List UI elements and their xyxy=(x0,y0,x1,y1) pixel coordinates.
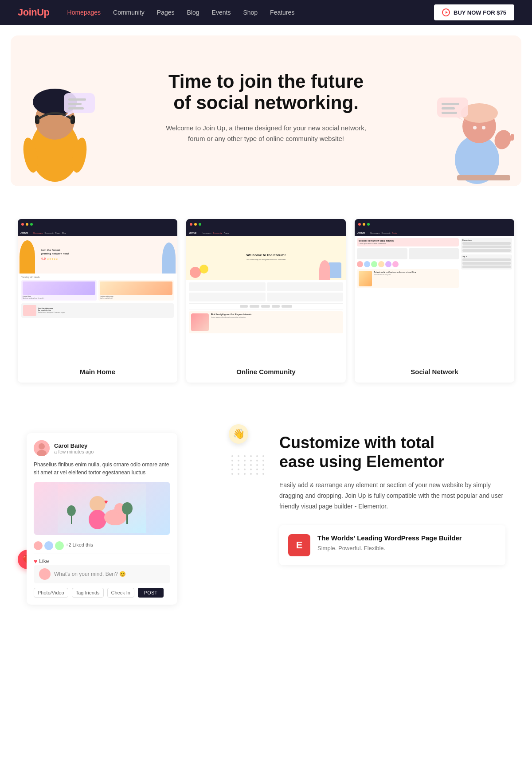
post-avatar xyxy=(34,440,50,456)
svg-rect-22 xyxy=(442,107,455,109)
svg-rect-18 xyxy=(510,134,514,141)
preview-label-3: Social Network xyxy=(355,361,514,383)
mock-dot-yellow-2 xyxy=(194,223,197,226)
social-post-card: Carol Bailey a few minutes ago Phasellus… xyxy=(27,433,177,605)
preview-label-1: Main Home xyxy=(18,361,177,383)
checkin-btn[interactable]: Check In xyxy=(107,588,134,598)
customize-text: Customize with total ease using Elemento… xyxy=(279,433,505,565)
nav-item-features[interactable]: Features xyxy=(270,8,294,16)
preview-main-home[interactable]: JoinUp Homepages Community Pages Blog xyxy=(18,219,177,383)
svg-point-34 xyxy=(122,502,133,515)
preview-online-community[interactable]: JoinUp Homepages Community Pages Welcome… xyxy=(186,219,346,383)
mini-avatar-1 xyxy=(34,541,43,550)
nav-item-community[interactable]: Community xyxy=(113,8,145,16)
main-nav: Homepages Community Pages Blog Events Sh… xyxy=(67,8,434,16)
post-header: Carol Bailey a few minutes ago xyxy=(34,440,170,456)
mini-avatar-3 xyxy=(55,541,64,550)
tag-friends-btn[interactable]: Tag friends xyxy=(72,588,104,598)
post-reactions: +2 Liked this xyxy=(34,539,170,550)
mock-browser-1: JoinUp Homepages Community Pages Blog xyxy=(18,219,177,361)
mock-dot-red-3 xyxy=(358,223,361,226)
mock-browser-bar-1 xyxy=(18,219,177,230)
dot-grid xyxy=(231,455,266,475)
mini-avatar-2 xyxy=(44,541,53,550)
svg-point-14 xyxy=(473,126,477,129)
svg-rect-23 xyxy=(442,112,457,114)
hero-heading-line1: Time to join the future xyxy=(168,71,364,92)
svg-text:♥: ♥ xyxy=(104,498,108,505)
customize-heading-line2: ease using Elementor xyxy=(279,453,444,471)
mock-dot-yellow-3 xyxy=(363,223,365,226)
customize-heading: Customize with total ease using Elemento… xyxy=(279,433,505,471)
preview-screenshot-3: JoinUp Homepages Community Social xyxy=(355,219,514,361)
nav-item-blog[interactable]: Blog xyxy=(187,8,200,16)
mock-dot-green-3 xyxy=(367,223,370,226)
post-footer: ♥ Like xyxy=(34,554,170,565)
mock-content-1: JoinUp Homepages Community Pages Blog xyxy=(18,230,177,361)
customize-heading-line1: Customize with total xyxy=(279,434,434,452)
post-image: ♥ xyxy=(34,482,170,535)
mock-content-3: JoinUp Homepages Community Social xyxy=(355,230,514,361)
mock-dot-green xyxy=(30,223,33,226)
mock-dot-green-2 xyxy=(199,223,201,226)
heart-icon: ♥ xyxy=(34,558,37,565)
svg-rect-8 xyxy=(68,98,86,101)
wave-badge: 👋 xyxy=(229,424,248,444)
post-submit-btn[interactable]: POST xyxy=(138,588,164,598)
elementor-info: The Worlds' Leading WordPress Page Build… xyxy=(317,534,462,553)
mock-content-2: JoinUp Homepages Community Pages Welcome… xyxy=(186,230,346,361)
hero-right-illustration xyxy=(433,62,521,186)
play-icon xyxy=(442,8,450,16)
preview-screenshot-2: JoinUp Homepages Community Pages Welcome… xyxy=(186,219,346,361)
customize-section: 👋 ❤️ Carol Bailey a few minutes ago Phas… xyxy=(0,406,532,631)
post-like-btn[interactable]: ♥ Like xyxy=(34,558,49,565)
nav-item-pages[interactable]: Pages xyxy=(157,8,175,16)
previews-section: JoinUp Homepages Community Pages Blog xyxy=(0,197,532,406)
nav-item-shop[interactable]: Shop xyxy=(243,8,258,16)
what-on-mind: What's on your mind, Ben? 😊 xyxy=(34,565,170,583)
customize-visual: 👋 ❤️ Carol Bailey a few minutes ago Phas… xyxy=(27,433,253,605)
mock-browser-bar-2 xyxy=(186,219,346,230)
logo[interactable]: JoinUp xyxy=(18,7,50,18)
hero-heading: Time to join the future of social networ… xyxy=(160,71,372,114)
post-user-info: Carol Bailey a few minutes ago xyxy=(54,442,94,454)
mock-dot-yellow xyxy=(26,223,28,226)
preview-social-network[interactable]: JoinUp Homepages Community Social xyxy=(355,219,514,383)
elementor-title: The Worlds' Leading WordPress Page Build… xyxy=(317,534,462,542)
elementor-subtitle: Simple. Powerful. Flexible. xyxy=(317,543,462,553)
post-timestamp: a few minutes ago xyxy=(54,449,94,454)
hero-subtext: Welcome to Join Up, a theme designed for… xyxy=(160,123,372,144)
logo-accent: Up xyxy=(37,7,49,18)
photo-video-btn[interactable]: Photo/Video xyxy=(34,588,68,598)
preview-label-2: Online Community xyxy=(186,361,346,383)
logo-text: Join xyxy=(18,7,37,18)
previews-grid: JoinUp Homepages Community Pages Blog xyxy=(18,219,514,383)
like-count: +2 Liked this xyxy=(66,542,93,547)
post-actions-bar: Photo/Video Tag friends Check In POST xyxy=(34,588,170,598)
svg-point-25 xyxy=(39,443,45,449)
post-username: Carol Bailey xyxy=(54,442,94,449)
svg-point-28 xyxy=(90,496,106,512)
post-text: Phasellus finibus enim nulla, quis ornar… xyxy=(34,461,170,477)
what-on-mind-text: What's on your mind, Ben? 😊 xyxy=(54,571,126,577)
mini-avatars xyxy=(34,541,64,550)
svg-rect-9 xyxy=(68,103,82,105)
navbar: JoinUp Homepages Community Pages Blog Ev… xyxy=(0,0,532,25)
mock-browser-2: JoinUp Homepages Community Pages Welcome… xyxy=(186,219,346,361)
svg-rect-10 xyxy=(68,107,84,109)
svg-point-36 xyxy=(67,505,76,516)
buy-button-label: BUY NOW FOR $75 xyxy=(454,9,506,16)
mock-browser-3: JoinUp Homepages Community Social xyxy=(355,219,514,361)
nav-item-events[interactable]: Events xyxy=(212,8,231,16)
like-label: Like xyxy=(39,558,49,564)
svg-point-15 xyxy=(482,126,485,129)
mock-dot-red-2 xyxy=(190,223,192,226)
mock-dot-red xyxy=(21,223,24,226)
nav-item-homepages[interactable]: Homepages xyxy=(67,8,101,16)
elementor-icon: E xyxy=(288,534,310,556)
elementor-icon-letter: E xyxy=(296,539,303,551)
mock-browser-bar-3 xyxy=(355,219,514,230)
svg-point-29 xyxy=(89,510,106,529)
svg-rect-21 xyxy=(442,103,459,105)
buy-button[interactable]: BUY NOW FOR $75 xyxy=(434,4,514,20)
